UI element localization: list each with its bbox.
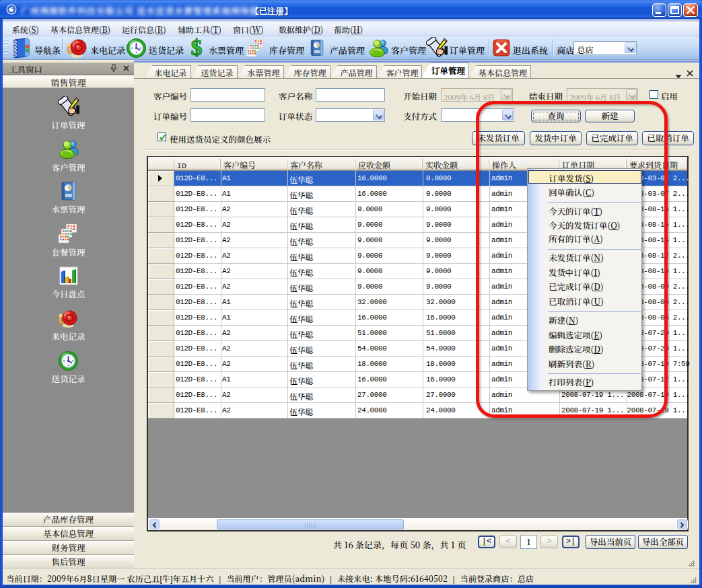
svg-text:$: $ (191, 37, 203, 59)
